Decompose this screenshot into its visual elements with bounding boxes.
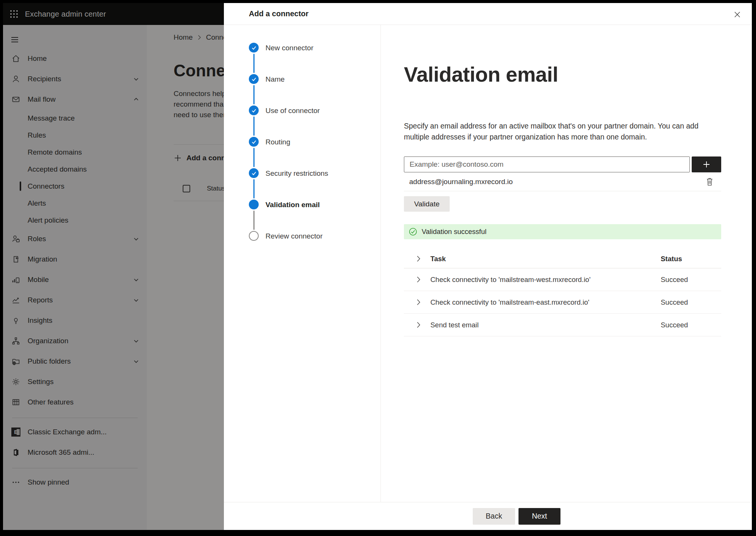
task-column-header: Task (430, 255, 661, 263)
validation-tasks-table: Task Status Check connectivity to 'mails… (404, 249, 721, 336)
step-use-of-connector[interactable]: Use of connector (249, 100, 380, 131)
step-label: Review connector (265, 232, 323, 240)
status-cell: Succeed (661, 298, 721, 307)
success-message: Validation successful (422, 228, 486, 236)
step-completed-icon (249, 168, 259, 178)
step-completed-icon (249, 74, 259, 84)
step-description-line: Specify an email address for an active m… (404, 121, 721, 132)
validation-success-banner: Validation successful (404, 224, 721, 239)
table-row: Check connectivity to 'mailstream-east.m… (404, 291, 721, 314)
back-button[interactable]: Back (473, 508, 515, 525)
step-completed-icon (249, 43, 259, 53)
added-address-row: address@journaling.mxrecord.io (404, 172, 721, 191)
status-cell: Succeed (661, 276, 721, 284)
validation-email-step: Validation email Specify an email addres… (381, 25, 752, 502)
add-connector-panel: Add a connector New connector (224, 3, 752, 530)
panel-title: Add a connector (249, 9, 309, 18)
close-icon[interactable] (731, 9, 743, 20)
task-cell: Check connectivity to 'mailstream-east.m… (430, 298, 661, 307)
table-header-row: Task Status (404, 249, 721, 268)
step-description-line: multiple addresses if your partner organ… (404, 132, 721, 143)
step-validation-email[interactable]: Validation email (249, 194, 380, 225)
panel-header: Add a connector (224, 3, 752, 25)
panel-footer: Back Next (224, 502, 752, 530)
step-completed-icon (249, 105, 259, 115)
validate-button[interactable]: Validate (404, 196, 450, 212)
step-label: Security restrictions (265, 169, 328, 178)
plus-icon (702, 160, 711, 169)
step-description: Specify an email address for an active m… (404, 121, 721, 143)
step-label: Name (265, 75, 285, 84)
task-cell: Send test email (430, 321, 661, 329)
status-column-header: Status (661, 255, 721, 263)
expand-row-chevron-icon[interactable] (404, 276, 430, 283)
table-row: Send test email Succeed (404, 314, 721, 336)
table-row: Check connectivity to 'mailstream-west.m… (404, 268, 721, 291)
step-label: Use of connector (265, 107, 320, 115)
step-name[interactable]: Name (249, 68, 380, 100)
expand-row-chevron-icon[interactable] (404, 299, 430, 305)
step-label: Validation email (265, 201, 320, 209)
step-review-connector[interactable]: Review connector (249, 225, 380, 257)
step-upcoming-icon (249, 231, 259, 241)
status-cell: Succeed (661, 321, 721, 329)
step-label: Routing (265, 138, 290, 146)
step-heading: Validation email (404, 62, 721, 87)
step-active-icon (249, 200, 259, 209)
added-address-text: address@journaling.mxrecord.io (409, 178, 513, 186)
success-check-icon (409, 228, 417, 236)
email-address-input[interactable] (404, 156, 690, 172)
task-cell: Check connectivity to 'mailstream-west.m… (430, 276, 661, 284)
app-window: Exchange admin center Home Recipients (3, 3, 752, 530)
divider (404, 191, 721, 191)
expand-all-chevron-icon[interactable] (404, 256, 430, 262)
expand-row-chevron-icon[interactable] (404, 322, 430, 328)
step-routing[interactable]: Routing (249, 131, 380, 163)
step-security-restrictions[interactable]: Security restrictions (249, 163, 380, 194)
wizard-steps: New connector Name Use of connector (224, 25, 381, 502)
step-label: New connector (265, 44, 314, 52)
step-completed-icon (249, 137, 259, 147)
add-email-button[interactable] (692, 156, 721, 172)
next-button[interactable]: Next (518, 508, 560, 525)
delete-address-icon[interactable] (706, 177, 714, 186)
step-new-connector[interactable]: New connector (249, 37, 380, 68)
